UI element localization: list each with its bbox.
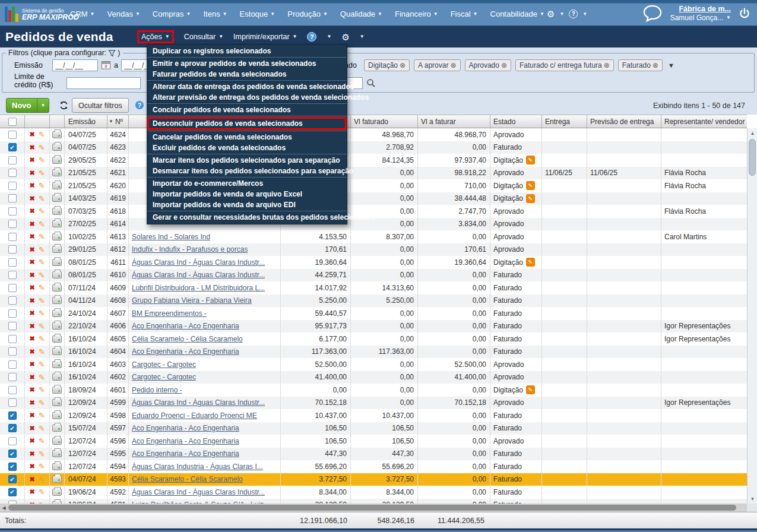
- vertical-scrollbar-thumb[interactable]: [749, 139, 756, 176]
- cliente-link[interactable]: Aco Engenharia - Aco Engenharia: [132, 449, 239, 458]
- row-checkbox[interactable]: [8, 449, 17, 458]
- edit-pencil-icon[interactable]: ✎: [39, 207, 45, 216]
- cliente-link[interactable]: Célia Scaramelo - Célia Scaramelo: [132, 335, 243, 343]
- limite-credito-input[interactable]: [66, 77, 141, 89]
- cliente-link[interactable]: Aco Engenharia - Aco Engenharia: [132, 347, 239, 356]
- topnav-item-itens[interactable]: Itens▼: [204, 10, 227, 18]
- printer-icon[interactable]: [52, 144, 62, 151]
- printer-icon[interactable]: [52, 233, 62, 240]
- printer-icon[interactable]: [52, 425, 62, 432]
- cliente-link[interactable]: Águas Claras Ind - Águas Claras Industr.…: [132, 398, 265, 407]
- representante-column-header[interactable]: Representante/ vendedor: [661, 115, 747, 128]
- company-link[interactable]: Fábrica de m...: [670, 5, 731, 14]
- menu-item[interactable]: Alterar data de entrega dos pedidos de v…: [147, 81, 347, 92]
- cliente-link[interactable]: BM Empreendimentos -: [132, 309, 207, 318]
- menu-item[interactable]: Desmarcar itens dos pedidos selecionados…: [147, 166, 347, 176]
- numero-column-header[interactable]: ▼Nº: [107, 115, 129, 128]
- search-icon[interactable]: [366, 78, 376, 88]
- delete-icon[interactable]: ✖: [29, 373, 34, 381]
- delete-icon[interactable]: ✖: [29, 386, 34, 394]
- page-help-icon[interactable]: ?: [307, 32, 316, 42]
- row-checkbox[interactable]: [8, 398, 17, 407]
- row-checkbox[interactable]: [8, 335, 17, 343]
- chevron-down-icon[interactable]: ▼: [360, 34, 365, 39]
- printer-icon[interactable]: [52, 322, 62, 330]
- toolbar-help-icon[interactable]: ?: [135, 100, 144, 110]
- row-checkbox[interactable]: [8, 309, 17, 318]
- row-checkbox[interactable]: [8, 220, 17, 228]
- row-checkbox[interactable]: [8, 347, 17, 356]
- menu-item[interactable]: Importar do e-commerce/Mercos: [147, 178, 347, 189]
- edit-pencil-icon[interactable]: ✎: [39, 360, 45, 369]
- delete-icon[interactable]: ✖: [29, 488, 34, 496]
- vl-faturado-column-header[interactable]: Vl faturado: [351, 115, 418, 128]
- edit-pencil-icon[interactable]: ✎: [39, 271, 45, 280]
- settings-gear-icon[interactable]: ⚙: [547, 10, 555, 18]
- delete-icon[interactable]: ✖: [29, 220, 34, 228]
- cliente-link[interactable]: Águas Claras Ind - Águas Claras Industr.…: [132, 488, 265, 496]
- edit-pencil-icon[interactable]: ✎: [39, 296, 45, 305]
- row-checkbox[interactable]: [8, 194, 17, 202]
- delete-icon[interactable]: ✖: [29, 156, 34, 164]
- chat-bubble-icon[interactable]: [642, 4, 663, 23]
- page-settings-gear-icon[interactable]: ⚙: [341, 33, 349, 42]
- consultar-menu-button[interactable]: Consultar▼: [184, 33, 223, 41]
- cliente-link[interactable]: Indufix - Indufix - Parafusos e porcas: [132, 245, 248, 254]
- row-checkbox[interactable]: [8, 284, 17, 292]
- cliente-link[interactable]: Célia Scaramelo - Célia Scaramelo: [132, 475, 243, 483]
- logout-power-icon[interactable]: [738, 7, 751, 20]
- cliente-link[interactable]: Lubrifil Distribuidora - LM Distribuidor…: [132, 284, 265, 292]
- delete-icon[interactable]: ✖: [29, 144, 34, 151]
- cliente-link[interactable]: Cargotec - Cargotec: [132, 373, 196, 381]
- printer-icon[interactable]: [52, 169, 62, 176]
- printer-icon[interactable]: [52, 131, 62, 138]
- row-checkbox[interactable]: [8, 373, 17, 381]
- delete-icon[interactable]: ✖: [29, 360, 34, 368]
- cliente-link[interactable]: Aco Engenharia - Aco Engenharia: [132, 437, 239, 445]
- printer-icon[interactable]: [52, 220, 62, 227]
- topnav-item-fiscal[interactable]: Fiscal▼: [451, 10, 478, 18]
- row-checkbox[interactable]: [8, 143, 17, 151]
- topnav-item-compras[interactable]: Compras▼: [153, 10, 191, 18]
- entrega-column-header[interactable]: Entrega: [542, 115, 587, 128]
- printer-icon[interactable]: [52, 399, 62, 406]
- delete-icon[interactable]: ✖: [29, 258, 34, 266]
- edit-pencil-icon[interactable]: ✎: [39, 373, 45, 382]
- cliente-link[interactable]: Águas Claras Ind - Águas Claras Industr.…: [132, 271, 265, 279]
- select-all-checkbox[interactable]: [8, 118, 17, 126]
- row-checkbox[interactable]: [8, 411, 17, 420]
- edit-pencil-icon[interactable]: ✎: [39, 245, 45, 254]
- delete-icon[interactable]: ✖: [29, 233, 34, 240]
- row-checkbox[interactable]: [8, 271, 17, 279]
- cliente-link[interactable]: Águas Claras Industria - Águas Claras I.…: [132, 463, 263, 471]
- edit-pencil-icon[interactable]: ✎: [39, 449, 45, 458]
- menu-item[interactable]: Alterar previsão de entrega dos pedidos …: [147, 92, 347, 103]
- row-checkbox[interactable]: [8, 245, 17, 254]
- row-checkbox[interactable]: [8, 296, 17, 305]
- remove-tag-icon[interactable]: ⊗: [400, 61, 406, 69]
- estado-edit-icon[interactable]: [526, 194, 535, 203]
- scroll-down-arrow[interactable]: ▼: [748, 494, 757, 504]
- printer-icon[interactable]: [52, 450, 62, 457]
- row-checkbox[interactable]: [8, 360, 17, 369]
- menu-item[interactable]: Excluir pedidos de venda selecionados: [147, 142, 347, 153]
- estado-edit-icon[interactable]: [526, 156, 535, 164]
- printer-icon[interactable]: [52, 182, 62, 189]
- emissao-from-input[interactable]: [52, 59, 98, 71]
- delete-icon[interactable]: ✖: [29, 246, 34, 254]
- topnav-item-vendas[interactable]: Vendas▼: [107, 10, 140, 18]
- row-checkbox[interactable]: [8, 207, 17, 216]
- menu-item[interactable]: Gerar e consultar necessidades brutas do…: [147, 212, 347, 223]
- printer-icon[interactable]: [52, 361, 62, 368]
- delete-icon[interactable]: ✖: [29, 309, 34, 317]
- vl-a-faturar-column-header[interactable]: Vl a faturar: [418, 115, 490, 128]
- edit-pencil-icon[interactable]: ✎: [39, 283, 45, 292]
- cliente-link[interactable]: Aco Engenharia - Aco Engenharia: [132, 322, 239, 330]
- menu-item[interactable]: Duplicar os registros selecionados: [147, 46, 347, 56]
- topnav-item-contabilidade[interactable]: Contabilidade▼: [490, 10, 544, 18]
- scroll-up-arrow[interactable]: ▲: [748, 128, 757, 138]
- delete-icon[interactable]: ✖: [29, 411, 34, 419]
- remove-tag-icon[interactable]: ⊗: [450, 61, 456, 69]
- estado-edit-icon[interactable]: [526, 385, 535, 394]
- delete-icon[interactable]: ✖: [29, 476, 34, 483]
